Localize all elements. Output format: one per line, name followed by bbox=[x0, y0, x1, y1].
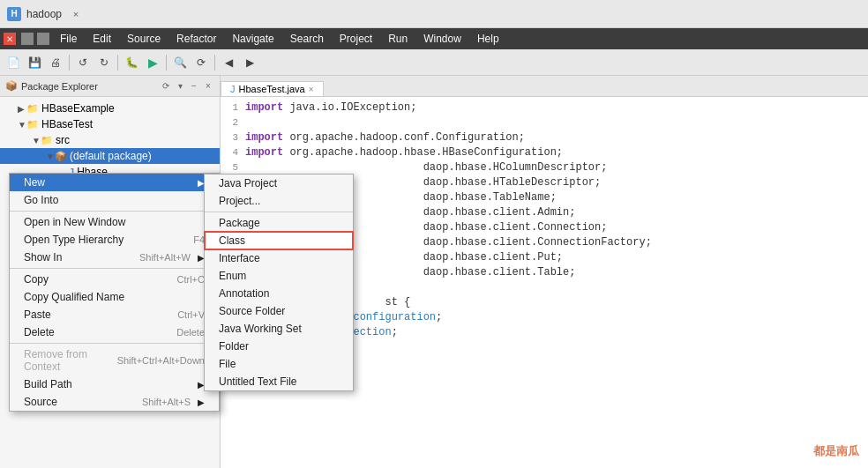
menu-source[interactable]: Source bbox=[120, 31, 168, 47]
toolbar-undo[interactable]: ↺ bbox=[73, 53, 93, 72]
title-close-button[interactable]: × bbox=[69, 7, 83, 21]
menu-window[interactable]: Window bbox=[416, 31, 468, 47]
panel-minimize2-btn[interactable]: − bbox=[188, 80, 200, 93]
tab-java-icon: J bbox=[230, 84, 236, 94]
submenu-source-folder[interactable]: Source Folder bbox=[205, 302, 353, 320]
tab-label: HbaseTest.java bbox=[239, 84, 305, 94]
tree-arrow: ▶ bbox=[18, 104, 26, 114]
toolbar: 📄 💾 🖨 ↺ ↻ 🐛 ▶ 🔍 ⟳ ◀ ▶ bbox=[0, 49, 868, 76]
tree-arrow: ▼ bbox=[18, 120, 26, 130]
ctx-delete[interactable]: Delete Delete bbox=[10, 323, 219, 341]
submenu-java-project[interactable]: Java Project bbox=[205, 175, 353, 192]
ctx-source[interactable]: Source Shift+Alt+S ▶ bbox=[10, 393, 219, 411]
submenu-folder-label: Folder bbox=[219, 340, 249, 353]
menu-run[interactable]: Run bbox=[381, 31, 415, 47]
menu-max-btn[interactable] bbox=[37, 33, 49, 45]
line-code bbox=[245, 115, 251, 130]
editor-tab-bar: J HbaseTest.java × bbox=[221, 76, 868, 97]
tree-item-default-pkg[interactable]: ▼ 📦 (default package) bbox=[0, 148, 220, 164]
line-num: 4 bbox=[224, 145, 245, 160]
toolbar-forward[interactable]: ▶ bbox=[240, 53, 259, 72]
menu-help[interactable]: Help bbox=[470, 31, 506, 47]
toolbar-search[interactable]: 🔍 bbox=[170, 53, 190, 72]
tree-item-src[interactable]: ▼ 📁 src bbox=[0, 132, 220, 148]
submenu-project[interactable]: Project... bbox=[205, 192, 353, 210]
toolbar-redo[interactable]: ↻ bbox=[94, 53, 114, 72]
submenu-untitled-label: Untitled Text File bbox=[219, 375, 296, 388]
toolbar-sep-2 bbox=[117, 55, 118, 71]
ctx-show-in[interactable]: Show In Shift+Alt+W ▶ bbox=[10, 249, 219, 266]
panel-sync-btn[interactable]: ⟳ bbox=[160, 80, 172, 93]
ctx-sep-2 bbox=[10, 268, 219, 269]
submenu-class-label: Class bbox=[219, 234, 245, 247]
ctx-new[interactable]: New ▶ bbox=[10, 174, 219, 191]
submenu-untitled[interactable]: Untitled Text File bbox=[205, 373, 353, 390]
tab-close-btn[interactable]: × bbox=[309, 85, 314, 94]
submenu-package[interactable]: Package bbox=[205, 214, 353, 232]
ctx-go-into-label: Go Into bbox=[24, 194, 58, 206]
submenu-java-ws-label: Java Working Set bbox=[219, 323, 302, 335]
menu-refactor[interactable]: Refactor bbox=[169, 31, 223, 47]
panel-header: 📦 Package Explorer ⟳ ▾ − × bbox=[0, 76, 220, 97]
submenu-package-label: Package bbox=[219, 217, 260, 229]
toolbar-new[interactable]: 📄 bbox=[4, 53, 23, 72]
menu-close-btn[interactable]: ✕ bbox=[4, 33, 16, 45]
toolbar-print[interactable]: 🖨 bbox=[46, 53, 65, 72]
menu-search[interactable]: Search bbox=[283, 31, 331, 47]
context-menu: New ▶ Go Into Open in New Window Open Ty… bbox=[9, 173, 220, 412]
app-icon: H bbox=[7, 7, 21, 21]
ctx-open-new-window[interactable]: Open in New Window bbox=[10, 213, 219, 231]
submenu-enum-label: Enum bbox=[219, 270, 246, 282]
ctx-open-type-label: Open Type Hierarchy bbox=[24, 234, 123, 246]
panel-close-btn[interactable]: × bbox=[202, 80, 214, 93]
menu-min-btn[interactable] bbox=[21, 33, 34, 45]
line-code: import java.io.IOException; bbox=[245, 100, 416, 115]
ctx-source-shortcut: Shift+Alt+S bbox=[142, 397, 191, 407]
toolbar-sep-1 bbox=[69, 55, 70, 71]
panel-pkg-icon: 📦 bbox=[5, 80, 18, 92]
tree-label: HBaseExample bbox=[41, 102, 115, 115]
submenu-interface-label: Interface bbox=[219, 252, 260, 264]
title-bar-text: hadoop bbox=[26, 8, 62, 20]
ctx-go-into[interactable]: Go Into bbox=[10, 191, 219, 209]
submenu-sep-1 bbox=[205, 212, 353, 212]
ctx-copy-qualified-label: Copy Qualified Name bbox=[24, 291, 124, 303]
tree-item-hbaseexample[interactable]: ▶ 📁 HBaseExample bbox=[0, 100, 220, 116]
submenu-annotation[interactable]: Annotation bbox=[205, 285, 353, 302]
submenu-interface[interactable]: Interface bbox=[205, 249, 353, 267]
submenu-annotation-label: Annotation bbox=[219, 287, 269, 300]
submenu-file[interactable]: File bbox=[205, 355, 353, 373]
watermark: 都是南瓜 bbox=[813, 443, 859, 459]
toolbar-back[interactable]: ◀ bbox=[219, 53, 238, 72]
ctx-source-arrow: ▶ bbox=[198, 397, 205, 407]
ctx-remove-shortcut: Shift+Ctrl+Alt+Down bbox=[117, 355, 205, 366]
editor-tab-hbasetest[interactable]: J HbaseTest.java × bbox=[221, 81, 324, 96]
submenu-class[interactable]: Class bbox=[205, 232, 353, 249]
submenu-folder[interactable]: Folder bbox=[205, 338, 353, 355]
ctx-remove-context[interactable]: Remove from Context Shift+Ctrl+Alt+Down bbox=[10, 345, 219, 375]
toolbar-debug[interactable]: 🐛 bbox=[122, 53, 141, 72]
menu-navigate[interactable]: Navigate bbox=[225, 31, 281, 47]
toolbar-sep-4 bbox=[214, 55, 215, 71]
ctx-paste[interactable]: Paste Ctrl+V bbox=[10, 306, 219, 323]
menu-file[interactable]: File bbox=[53, 31, 84, 47]
toolbar-save[interactable]: 💾 bbox=[25, 53, 44, 72]
ctx-delete-shortcut: Delete bbox=[176, 327, 205, 338]
menu-edit[interactable]: Edit bbox=[86, 31, 118, 47]
ctx-copy[interactable]: Copy Ctrl+C bbox=[10, 271, 219, 288]
panel-minimize-btn[interactable]: ▾ bbox=[174, 80, 186, 93]
tree-label: (default package) bbox=[70, 150, 152, 162]
tree-label: HBaseTest bbox=[41, 118, 93, 130]
toolbar-run[interactable]: ▶ bbox=[143, 53, 162, 72]
ctx-open-type-hierarchy[interactable]: Open Type Hierarchy F4 bbox=[10, 231, 219, 249]
submenu-java-working-set[interactable]: Java Working Set bbox=[205, 320, 353, 338]
ctx-build-path[interactable]: Build Path ▶ bbox=[10, 375, 219, 393]
menu-project[interactable]: Project bbox=[333, 31, 379, 47]
toolbar-refresh[interactable]: ⟳ bbox=[191, 53, 211, 72]
tree-item-hbasetest[interactable]: ▼ 📁 HBaseTest bbox=[0, 116, 220, 132]
line-code: import org.apache.hadoop.conf.Configurat… bbox=[245, 130, 525, 145]
submenu-enum[interactable]: Enum bbox=[205, 267, 353, 285]
ctx-copy-qualified[interactable]: Copy Qualified Name bbox=[10, 288, 219, 306]
toolbar-sep-3 bbox=[166, 55, 167, 71]
ctx-delete-label: Delete bbox=[24, 326, 55, 338]
